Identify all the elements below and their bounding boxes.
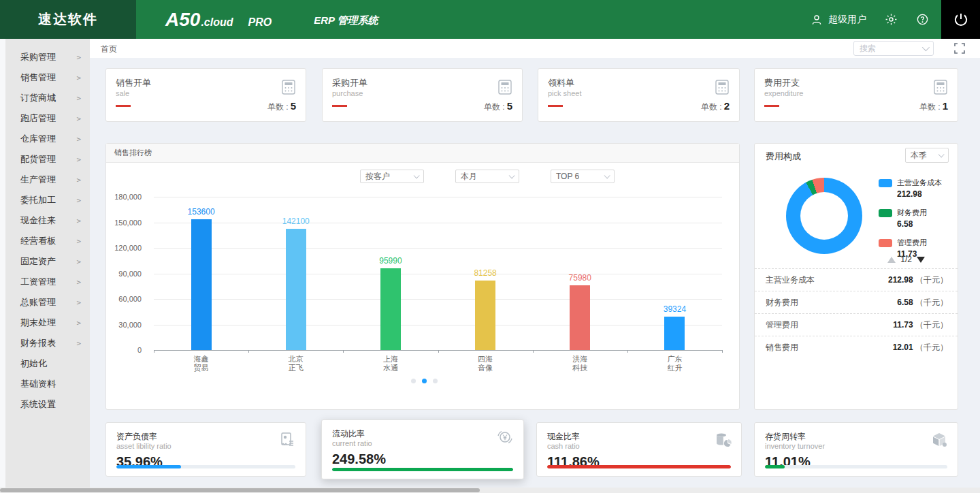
ratio-card-1[interactable]: 资产负债率asset libility ratio35.96%: [105, 422, 306, 477]
summary-card-2[interactable]: 采购开单purchase单数 :5: [322, 68, 523, 122]
expense-row-2: 财务费用6.58 （千元）: [755, 291, 958, 313]
sidebar-item-label: 期末处理: [20, 317, 56, 329]
sidebar-item-12[interactable]: 工资管理>: [0, 272, 90, 292]
summary-card-title: 费用开支: [764, 77, 800, 89]
pager-up-icon[interactable]: [887, 257, 896, 263]
ratio-card-subtitle: current ratio: [332, 439, 372, 447]
calculator-icon: [713, 78, 731, 99]
sidebar-item-5[interactable]: 仓库管理>: [0, 129, 90, 149]
sidebar-item-6[interactable]: 配货管理>: [0, 149, 90, 170]
sidebar-item-18[interactable]: 系统设置: [0, 394, 90, 415]
chart-gridline: [154, 223, 722, 223]
sidebar-item-11[interactable]: 固定资产>: [0, 251, 90, 272]
ratio-card-3[interactable]: 现金比率cash ratio111.86%: [536, 422, 742, 477]
sidebar-item-1[interactable]: 采购管理>: [0, 47, 90, 67]
bar-value-label: 39324: [644, 304, 705, 314]
summary-card-3[interactable]: 领料单pick sheet单数 :2: [538, 68, 740, 122]
chevron-right-icon: >: [76, 217, 81, 225]
expense-row-value: 12.01 （千元）: [893, 342, 948, 353]
x-axis-tick: [154, 350, 154, 353]
x-axis-tick: [533, 350, 534, 353]
expense-row-4: 销售费用12.01 （千元）: [755, 336, 958, 358]
logout-power-button[interactable]: [941, 0, 980, 39]
x-axis-category-label: 北京正飞: [265, 355, 327, 372]
chevron-right-icon: >: [76, 176, 81, 185]
sidebar-item-9[interactable]: 现金往来>: [0, 210, 90, 231]
sidebar-item-16[interactable]: 初始化: [0, 353, 90, 374]
sidebar-item-label: 仓库管理: [20, 133, 56, 145]
carousel-dot-2[interactable]: [422, 379, 427, 383]
expense-donut-chart: [786, 178, 862, 254]
expense-row-label: 主营业务成本: [766, 274, 888, 286]
y-axis-tick-label: 90,000: [106, 270, 142, 278]
sidebar-item-label: 订货商城: [20, 92, 56, 104]
sidebar-item-15[interactable]: 财务报表>: [0, 333, 90, 353]
summary-card-4[interactable]: 费用开支expenditure单数 :1: [754, 68, 958, 122]
report-document-icon: [278, 431, 296, 451]
ratio-card-title: 现金比率: [547, 431, 580, 443]
sales-bar: [664, 317, 685, 350]
summary-card-title: 采购开单: [332, 77, 368, 89]
sales-bar: [191, 219, 212, 350]
breadcrumb-home-tab[interactable]: 首页: [101, 44, 117, 55]
ratio-card-2[interactable]: 流动比率current ratio249.58%: [321, 419, 524, 479]
red-dash-decoration: [764, 105, 779, 107]
horizontal-scrollbar[interactable]: [0, 488, 980, 493]
ratio-card-4[interactable]: 存货周转率inventory turnover11.01%: [754, 422, 958, 477]
summary-card-title: 销售开单: [116, 77, 151, 89]
sales-panel-header: 销售排行榜: [106, 144, 739, 163]
sidebar-item-13[interactable]: 总账管理>: [0, 292, 90, 313]
legend-swatch: [879, 209, 892, 217]
summary-card-1[interactable]: 销售开单sale单数 :5: [105, 68, 306, 122]
sidebar-item-17[interactable]: 基础资料: [0, 374, 90, 394]
chevron-right-icon: >: [76, 257, 81, 266]
help-icon[interactable]: [915, 13, 929, 27]
legend-value: 212.98: [897, 189, 942, 199]
sidebar-item-label: 现金往来: [20, 214, 56, 227]
carousel-dot-3[interactable]: [433, 379, 438, 383]
sidebar-item-label: 基础资料: [20, 378, 56, 390]
x-axis-category-label: 上海水通: [360, 355, 421, 372]
expense-period-select[interactable]: 本季: [905, 148, 949, 163]
sidebar-item-4[interactable]: 跑店管理>: [0, 108, 90, 129]
sidebar-item-7[interactable]: 生产管理>: [0, 170, 90, 190]
scrollbar-thumb[interactable]: [0, 488, 480, 492]
sales-panel-title: 销售排行榜: [114, 148, 152, 158]
summary-card-subtitle: sale: [116, 89, 129, 97]
chevron-down-icon: [938, 151, 945, 157]
sidebar-item-2[interactable]: 销售管理>: [0, 67, 90, 88]
expense-composition-panel: 费用构成 本季 主营业务成本212.98财务费用6.58管理费用11.73 1/…: [754, 143, 958, 410]
summary-card-count: 单数 :2: [701, 100, 730, 113]
ratio-progress-track: [332, 468, 513, 471]
sidebar-item-14[interactable]: 期末处理>: [0, 313, 90, 333]
product-suffix: .cloud: [201, 16, 233, 29]
search-select[interactable]: 搜索: [853, 41, 934, 56]
settings-gear-icon[interactable]: [884, 13, 898, 27]
carousel-dot-1[interactable]: [411, 379, 416, 383]
summary-card-subtitle: expenditure: [764, 89, 804, 97]
ratio-card-title: 资产负债率: [116, 431, 157, 443]
x-axis-category-label: 洪海科技: [549, 355, 610, 372]
ratio-card-subtitle: inventory turnover: [765, 442, 825, 450]
sidebar-item-8[interactable]: 委托加工>: [0, 190, 90, 210]
sidebar-item-label: 采购管理: [20, 51, 56, 63]
red-dash-decoration: [116, 105, 131, 107]
pager-page-indicator: 1/2: [900, 255, 912, 264]
x-axis-tick: [627, 350, 628, 353]
sidebar-item-label: 初始化: [20, 357, 47, 370]
sidebar-item-label: 销售管理: [20, 71, 56, 84]
product-edition: PRO: [248, 16, 272, 29]
count-value: 2: [724, 100, 730, 112]
user-menu[interactable]: 超级用户: [810, 13, 866, 27]
sidebar-item-10[interactable]: 经营看板>: [0, 231, 90, 251]
chevron-right-icon: >: [76, 196, 81, 205]
pager-down-icon[interactable]: [917, 257, 925, 263]
sidebar-item-3[interactable]: 订货商城>: [0, 88, 90, 108]
chevron-right-icon: >: [76, 155, 81, 164]
fullscreen-icon[interactable]: [954, 43, 965, 54]
chevron-right-icon: >: [76, 319, 81, 328]
chevron-right-icon: >: [76, 135, 81, 144]
count-value: 1: [943, 100, 948, 112]
calculator-icon: [280, 78, 297, 99]
chart-gridline: [154, 325, 722, 325]
